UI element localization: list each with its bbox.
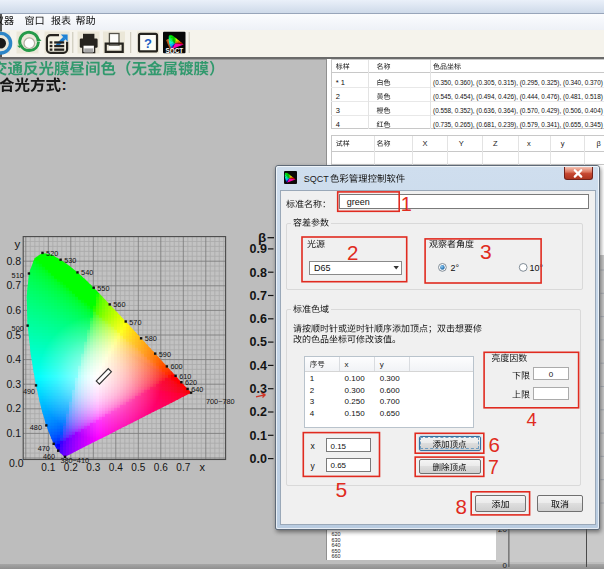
svg-text:green: green bbox=[347, 197, 370, 207]
svg-text:0.650: 0.650 bbox=[380, 409, 401, 418]
svg-text::: : bbox=[62, 76, 67, 93]
svg-text:(0.545, 0.454), (0.494, 0.426): (0.545, 0.454), (0.494, 0.426), (0.444, … bbox=[433, 93, 603, 101]
svg-text:0.6: 0.6 bbox=[6, 304, 21, 316]
svg-text:4: 4 bbox=[310, 409, 315, 418]
svg-text:550: 550 bbox=[97, 284, 109, 293]
svg-text:3: 3 bbox=[336, 106, 340, 115]
svg-text:(0.350, 0.360), (0.305, 0.315): (0.350, 0.360), (0.305, 0.315), (0.295, … bbox=[433, 79, 603, 87]
svg-text:x: x bbox=[200, 461, 206, 473]
svg-text:* 1: * 1 bbox=[336, 78, 345, 87]
svg-text:0.100: 0.100 bbox=[345, 374, 366, 383]
svg-text:0.300: 0.300 bbox=[345, 386, 366, 395]
svg-text:2: 2 bbox=[347, 241, 358, 264]
svg-text:Z: Z bbox=[493, 139, 498, 148]
svg-text:?: ? bbox=[144, 36, 152, 51]
svg-text:x: x bbox=[311, 441, 316, 451]
svg-text:700~780: 700~780 bbox=[206, 397, 235, 406]
svg-text:Y: Y bbox=[459, 139, 464, 148]
svg-text:0.1: 0.1 bbox=[41, 462, 55, 473]
svg-text:D65: D65 bbox=[314, 263, 331, 273]
svg-text:2°: 2° bbox=[451, 263, 460, 273]
svg-text:y: y bbox=[14, 238, 20, 250]
svg-text:0.7: 0.7 bbox=[250, 289, 267, 303]
svg-text:0.700: 0.700 bbox=[380, 397, 401, 406]
svg-text:6: 6 bbox=[489, 433, 500, 456]
svg-text:3: 3 bbox=[480, 240, 492, 263]
svg-text:(0.735, 0.265), (0.681, 0.239): (0.735, 0.265), (0.681, 0.239), (0.579, … bbox=[433, 121, 603, 129]
svg-text:0.2: 0.2 bbox=[250, 405, 267, 419]
svg-text:560: 560 bbox=[113, 300, 125, 309]
svg-text:0.1: 0.1 bbox=[6, 427, 21, 439]
svg-text:0.8: 0.8 bbox=[250, 266, 267, 280]
svg-text:0.3: 0.3 bbox=[86, 462, 100, 473]
svg-text:0.5: 0.5 bbox=[6, 329, 21, 341]
svg-text:570: 570 bbox=[129, 318, 141, 327]
svg-text:0.2: 0.2 bbox=[64, 462, 78, 473]
svg-text:SQCT: SQCT bbox=[165, 47, 183, 55]
svg-text:5: 5 bbox=[336, 478, 348, 501]
svg-text:640: 640 bbox=[191, 385, 203, 394]
svg-text:X: X bbox=[423, 139, 428, 148]
svg-text:y: y bbox=[380, 360, 384, 369]
svg-text:0.9: 0.9 bbox=[250, 242, 267, 256]
svg-text:0.65: 0.65 bbox=[331, 461, 347, 470]
svg-text:x: x bbox=[345, 360, 349, 369]
svg-text:x: x bbox=[527, 139, 531, 148]
svg-text:0.250: 0.250 bbox=[345, 397, 366, 406]
svg-text:0.4: 0.4 bbox=[250, 359, 267, 373]
svg-text:(0.558, 0.352), (0.636, 0.364): (0.558, 0.352), (0.636, 0.364), (0.570, … bbox=[433, 107, 603, 115]
svg-text:660: 660 bbox=[332, 553, 341, 559]
svg-text:510: 510 bbox=[12, 271, 24, 280]
svg-text:0.5: 0.5 bbox=[131, 462, 145, 473]
svg-text:0.7: 0.7 bbox=[176, 462, 190, 473]
svg-text:460: 460 bbox=[43, 452, 55, 461]
svg-text:0.4: 0.4 bbox=[109, 462, 123, 473]
svg-text:590: 590 bbox=[159, 350, 171, 359]
svg-text:0.600: 0.600 bbox=[380, 386, 401, 395]
svg-text:0.0: 0.0 bbox=[9, 457, 24, 469]
svg-text:0.1: 0.1 bbox=[250, 429, 267, 443]
svg-text:8: 8 bbox=[456, 495, 467, 518]
svg-text:1: 1 bbox=[310, 374, 315, 383]
svg-text:0.0: 0.0 bbox=[250, 452, 267, 466]
svg-text:600: 600 bbox=[171, 362, 183, 371]
svg-text:520: 520 bbox=[46, 249, 58, 258]
svg-text:SQCT: SQCT bbox=[304, 174, 330, 184]
svg-text:2: 2 bbox=[336, 92, 340, 101]
svg-text:0.5: 0.5 bbox=[250, 335, 267, 349]
svg-text:7: 7 bbox=[488, 456, 499, 478]
svg-text:530: 530 bbox=[64, 256, 76, 265]
svg-text:2: 2 bbox=[310, 386, 315, 395]
svg-text:4: 4 bbox=[527, 409, 537, 430]
svg-text:0.15: 0.15 bbox=[331, 442, 347, 451]
svg-text:0: 0 bbox=[503, 561, 508, 569]
svg-text:y: y bbox=[561, 139, 565, 148]
svg-text:3: 3 bbox=[310, 397, 315, 406]
svg-text:0.2: 0.2 bbox=[6, 402, 21, 414]
svg-text:0.3: 0.3 bbox=[6, 378, 21, 390]
svg-text:y: y bbox=[311, 461, 316, 471]
svg-text:0.150: 0.150 bbox=[345, 409, 366, 418]
svg-text:β: β bbox=[597, 139, 602, 148]
svg-text:0.6: 0.6 bbox=[154, 462, 168, 473]
svg-text:0.300: 0.300 bbox=[380, 374, 401, 383]
svg-text:580: 580 bbox=[145, 334, 157, 343]
svg-text:0.4: 0.4 bbox=[6, 353, 21, 365]
svg-text:4: 4 bbox=[336, 120, 340, 129]
svg-text:0.6: 0.6 bbox=[250, 312, 267, 326]
svg-text:0: 0 bbox=[549, 370, 554, 379]
svg-text:0.8: 0.8 bbox=[6, 255, 21, 267]
svg-text:480: 480 bbox=[30, 423, 42, 432]
svg-text:540: 540 bbox=[81, 268, 93, 277]
svg-text:1: 1 bbox=[401, 193, 412, 215]
svg-text:490: 490 bbox=[23, 387, 35, 396]
svg-text:0.7: 0.7 bbox=[6, 279, 21, 291]
